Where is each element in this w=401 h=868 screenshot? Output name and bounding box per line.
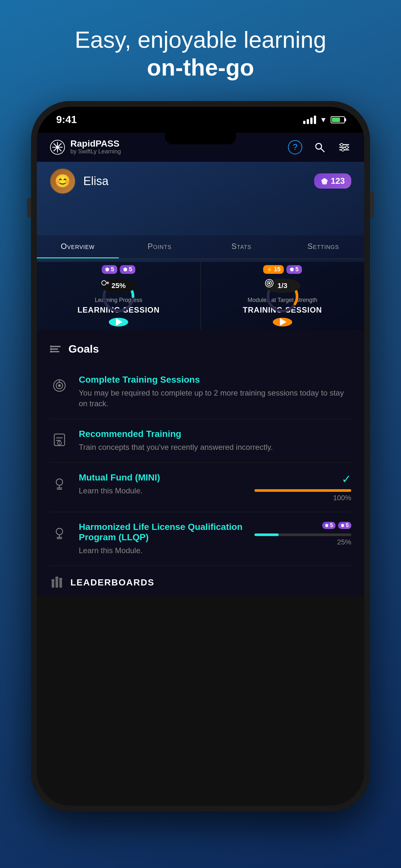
svg-point-57 <box>51 579 55 582</box>
diamond-count: 123 <box>331 176 345 186</box>
learning-icon <box>100 278 110 287</box>
hero-line2: on-the-go <box>147 55 254 81</box>
training-progress-value: 1/3 <box>277 282 287 290</box>
learning-session-card: 5 5 <box>37 262 201 330</box>
goal-item-mutual-fund[interactable]: Mutual Fund (MINI) Learn this Module. ✓ … <box>50 463 351 512</box>
goals-title: Goals <box>68 343 99 355</box>
logo-area: RapidPASS by SwiftLy Learning <box>50 139 121 155</box>
svg-point-33 <box>50 348 52 350</box>
signal-bars-icon <box>303 116 316 124</box>
tab-points[interactable]: Points <box>119 236 201 258</box>
profile-name: Elisa <box>83 175 109 188</box>
svg-point-34 <box>50 351 52 352</box>
svg-point-37 <box>58 384 61 387</box>
svg-point-59 <box>59 578 62 581</box>
svg-line-7 <box>321 149 324 152</box>
status-icons: ▾ <box>303 115 345 125</box>
svg-rect-30 <box>51 348 58 350</box>
svg-rect-56 <box>59 581 62 588</box>
training-progress-circle: 1/3 <box>263 277 302 294</box>
tabs-row: Overview Points Stats Settings <box>37 236 364 259</box>
learning-badge-xp: 5 <box>120 265 135 274</box>
search-button[interactable] <box>312 140 327 154</box>
svg-rect-39 <box>54 434 65 445</box>
goals-icon <box>50 343 62 355</box>
goal-mutual-icon <box>52 476 67 491</box>
goal-item-training[interactable]: Complete Training Sessions You may be re… <box>50 365 351 419</box>
training-play-button[interactable] <box>273 318 292 327</box>
goal-mutual-desc: Learn this Module. <box>79 485 245 496</box>
learning-progress-value: 25% <box>112 282 126 290</box>
learning-progress-circle: 25% <box>99 277 138 294</box>
logo-icon <box>50 140 65 155</box>
hero-line1: Easy, enjoyable learning <box>74 27 326 53</box>
svg-rect-29 <box>51 346 61 347</box>
goal-llqp-desc: Learn this Module. <box>79 545 245 556</box>
main-content: Goals Complete Training Sessions You may… <box>37 330 364 566</box>
goal-mutual-progress-label: 100% <box>254 494 351 502</box>
leaderboards-label: LEADERBOARDS <box>70 578 154 588</box>
tab-settings[interactable]: Settings <box>282 236 365 258</box>
sessions-row: 5 5 <box>37 262 364 330</box>
diamond-icon <box>320 177 328 185</box>
goal-mutual-title: Mutual Fund (MINI) <box>79 472 245 483</box>
svg-point-48 <box>56 528 63 535</box>
goal-recommended-title: Recommended Training <box>79 429 351 439</box>
notch <box>165 133 236 144</box>
goal-training-icon <box>52 378 67 393</box>
svg-marker-53 <box>341 524 344 527</box>
svg-marker-23 <box>290 268 294 271</box>
svg-point-28 <box>268 282 270 284</box>
profile-row: 😊 Elisa 123 <box>50 168 351 194</box>
goals-header: Goals <box>50 343 351 355</box>
leaderboards-section[interactable]: LEADERBOARDS <box>37 566 364 596</box>
diamond-badge: 123 <box>314 174 351 189</box>
training-badge-diamond: 5 <box>286 265 302 274</box>
svg-rect-54 <box>52 582 54 588</box>
goal-mutual-right: ✓ 100% <box>254 472 351 502</box>
battery-icon <box>331 116 345 123</box>
tab-overview[interactable]: Overview <box>37 236 119 258</box>
goal-recommended-desc: Train concepts that you've recently answ… <box>79 442 351 453</box>
goal-item-recommended[interactable]: Recommended Training Train concepts that… <box>50 419 351 463</box>
goal-mutual-check: ✓ <box>342 472 351 486</box>
tab-stats[interactable]: Stats <box>201 236 282 258</box>
avatar[interactable]: 😊 <box>50 168 75 194</box>
svg-marker-15 <box>105 268 109 271</box>
sessions-section: 😊 Elisa 123 Overview Points Stats Settin… <box>37 162 364 330</box>
svg-point-13 <box>342 149 344 151</box>
llqp-badge-xp: 5 <box>322 522 335 529</box>
goal-training-title: Complete Training Sessions <box>79 375 351 385</box>
goal-llqp-progress-label: 25% <box>254 538 351 547</box>
svg-rect-31 <box>51 351 59 352</box>
svg-point-32 <box>50 345 52 347</box>
phone-screen: 9:41 ▾ <box>37 107 364 806</box>
filter-button[interactable] <box>337 140 351 154</box>
learning-play-button[interactable] <box>109 318 128 327</box>
svg-marker-16 <box>123 268 127 271</box>
hero-section: Easy, enjoyable learning on-the-go <box>49 26 352 82</box>
wifi-icon: ▾ <box>321 115 326 125</box>
nav-actions: ? <box>288 140 351 154</box>
svg-point-58 <box>55 577 58 580</box>
llqp-badge-diamond: 5 <box>338 522 351 529</box>
svg-point-5 <box>56 146 59 149</box>
help-button[interactable]: ? <box>288 140 302 154</box>
svg-point-11 <box>340 144 343 146</box>
goal-recommended-icon <box>52 432 67 447</box>
goal-item-llqp[interactable]: Harmonized Life License Qualification Pr… <box>50 512 351 566</box>
svg-marker-14 <box>321 178 328 184</box>
svg-rect-55 <box>56 579 58 588</box>
learning-badge-diamond: 5 <box>102 265 117 274</box>
goal-llqp-title: Harmonized Life License Qualification Pr… <box>79 522 245 542</box>
svg-marker-52 <box>325 524 328 527</box>
leaderboards-icon <box>50 576 64 590</box>
training-icon <box>265 278 274 288</box>
status-bar: 9:41 ▾ <box>37 107 364 133</box>
status-time: 9:41 <box>56 114 77 126</box>
phone-frame: 9:41 ▾ <box>31 101 370 811</box>
training-badge-xp: ⚡ 15 <box>263 265 284 274</box>
goal-training-desc: You may be required to complete up to 2 … <box>79 388 351 409</box>
svg-point-19 <box>102 281 106 285</box>
goal-llqp-icon <box>52 525 67 540</box>
